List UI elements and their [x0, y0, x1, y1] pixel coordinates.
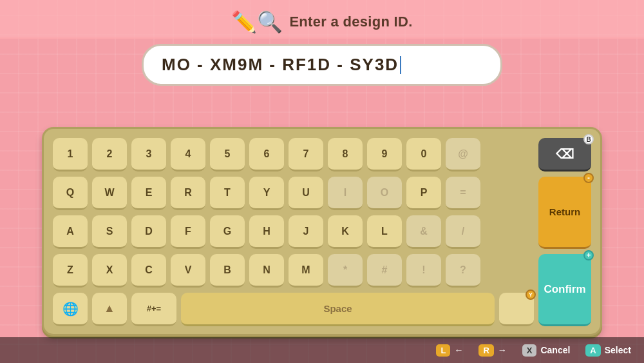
prompt-text: Enter a design ID. — [289, 14, 412, 30]
key-n[interactable]: N — [249, 254, 284, 288]
key-9[interactable]: 9 — [367, 138, 402, 172]
b-badge: B — [583, 134, 594, 144]
key-globe[interactable]: 🌐 — [53, 293, 88, 326]
key-r[interactable]: R — [171, 177, 205, 210]
r-nav: R → — [478, 344, 506, 357]
key-symbols[interactable]: #+= — [131, 293, 176, 326]
prompt-area: ✏️🔍 Enter a design ID. MO - XM9M - RF1D … — [0, 12, 644, 86]
prompt-label: ✏️🔍 Enter a design ID. — [231, 12, 412, 32]
zxcv-row: Z X C V B N M * # ! ? — [53, 254, 534, 288]
key-g[interactable]: G — [210, 215, 245, 249]
key-h[interactable]: H — [249, 215, 284, 249]
qwerty-row: Q W E R T Y U I O P = — [53, 177, 534, 210]
key-i[interactable]: I — [328, 177, 363, 210]
key-at[interactable]: @ — [446, 138, 480, 172]
key-0[interactable]: 0 — [406, 138, 441, 172]
bottom-bar: L ← R → X Cancel A Select — [0, 337, 644, 363]
key-t[interactable]: T — [210, 177, 245, 210]
return-wrap: - Return — [538, 177, 591, 249]
bottom-row: 🌐 ▲ #+= Space Y — [53, 293, 534, 326]
key-ampersand[interactable]: & — [406, 215, 441, 249]
key-equals[interactable]: = — [446, 177, 480, 210]
keyboard-inner: 1 2 3 4 5 6 7 8 9 0 @ Q W E R — [53, 138, 591, 326]
r-badge: R — [478, 344, 493, 357]
key-s[interactable]: S — [92, 215, 127, 249]
confirm-wrap: + Confirm — [538, 254, 591, 326]
keyboard: 1 2 3 4 5 6 7 8 9 0 @ Q W E R — [42, 127, 602, 336]
key-5[interactable]: 5 — [210, 138, 245, 172]
key-question[interactable]: ? — [446, 254, 480, 288]
return-button[interactable]: Return — [538, 177, 591, 249]
key-j[interactable]: J — [289, 215, 323, 249]
key-l[interactable]: L — [367, 215, 402, 249]
key-e[interactable]: E — [131, 177, 166, 210]
key-m[interactable]: M — [289, 254, 323, 288]
design-id-value: MO - XM9M - RF1D - SY3D — [162, 55, 401, 75]
key-c[interactable]: C — [131, 254, 166, 288]
key-q[interactable]: Q — [53, 177, 88, 210]
key-k[interactable]: K — [328, 215, 363, 249]
key-a[interactable]: A — [53, 215, 88, 249]
key-slash[interactable]: / — [446, 215, 480, 249]
x-badge: X — [522, 344, 537, 357]
plus-badge: + — [583, 250, 594, 260]
key-8[interactable]: 8 — [328, 138, 363, 172]
select-label: Select — [605, 345, 631, 355]
key-space[interactable]: Space — [181, 293, 495, 326]
confirm-button[interactable]: Confirm — [538, 254, 591, 326]
asdf-row: A S D F G H J K L & / — [53, 215, 534, 249]
cancel-btn[interactable]: X Cancel — [522, 344, 571, 357]
key-f[interactable]: F — [171, 215, 205, 249]
design-id-input[interactable]: MO - XM9M - RF1D - SY3D — [142, 44, 502, 86]
key-y[interactable]: Y — [249, 177, 284, 210]
l-arrow: ← — [454, 345, 463, 355]
cancel-label: Cancel — [540, 345, 570, 355]
backspace-wrap: B ⌫ — [538, 138, 591, 172]
key-b[interactable]: B — [210, 254, 245, 288]
key-2[interactable]: 2 — [92, 138, 127, 172]
key-x[interactable]: X — [92, 254, 127, 288]
right-buttons: B ⌫ - Return + Confirm — [538, 138, 591, 326]
r-arrow: → — [498, 345, 507, 355]
key-7[interactable]: 7 — [289, 138, 323, 172]
minus-badge: - — [583, 173, 594, 183]
backspace-button[interactable]: ⌫ — [538, 138, 591, 172]
y-badge: Y — [526, 289, 536, 300]
key-4[interactable]: 4 — [171, 138, 205, 172]
key-u[interactable]: U — [289, 177, 323, 210]
key-6[interactable]: 6 — [249, 138, 284, 172]
number-row: 1 2 3 4 5 6 7 8 9 0 @ — [53, 138, 534, 172]
a-badge: A — [585, 344, 600, 357]
key-o[interactable]: O — [367, 177, 402, 210]
key-3[interactable]: 3 — [131, 138, 166, 172]
key-asterisk[interactable]: * — [328, 254, 363, 288]
select-btn[interactable]: A Select — [585, 344, 631, 357]
keyboard-rows: 1 2 3 4 5 6 7 8 9 0 @ Q W E R — [53, 138, 534, 326]
text-cursor — [400, 56, 401, 74]
key-z[interactable]: Z — [53, 254, 88, 288]
search-pencil-icon: ✏️🔍 — [231, 12, 283, 32]
key-1[interactable]: 1 — [53, 138, 88, 172]
key-shift[interactable]: ▲ — [92, 293, 127, 326]
key-exclaim[interactable]: ! — [406, 254, 441, 288]
key-hash[interactable]: # — [367, 254, 402, 288]
key-p[interactable]: P — [406, 177, 441, 210]
key-v[interactable]: V — [171, 254, 205, 288]
l-badge: L — [436, 344, 450, 357]
key-w[interactable]: W — [92, 177, 127, 210]
l-nav: L ← — [436, 344, 463, 357]
key-d[interactable]: D — [131, 215, 166, 249]
key-y-extra[interactable]: Y — [499, 293, 534, 326]
